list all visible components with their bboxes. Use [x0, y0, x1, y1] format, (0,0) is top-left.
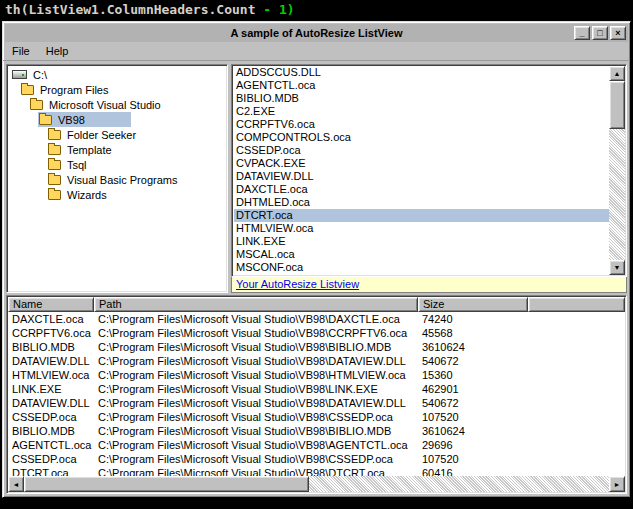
tree-item[interactable]: Program Files [9, 82, 227, 97]
file-list-item[interactable]: CSSEDP.oca [234, 144, 609, 157]
tree-item[interactable]: Folder Seeker [9, 127, 227, 142]
scroll-right-icon[interactable]: ► [609, 476, 625, 492]
tree-item[interactable]: Visual Basic Programs [9, 172, 227, 187]
folder-open-icon [39, 115, 52, 125]
window-title: A sample of AutoResize ListView [5, 27, 628, 39]
file-list-item[interactable]: C2.EXE [234, 105, 609, 118]
minimize-button[interactable]: _ [574, 26, 590, 40]
column-header-filler [528, 297, 625, 312]
code-text-green: - 1) [263, 2, 294, 17]
tree-item-selected[interactable]: VB98 [9, 112, 227, 127]
table-row[interactable]: DATAVIEW.DLLC:\Program Files\Microsoft V… [8, 354, 625, 368]
scrollbar-thumb[interactable] [609, 81, 625, 129]
scrollbar-thumb[interactable] [24, 476, 309, 492]
file-list-item-selected[interactable]: DTCRT.oca [234, 209, 609, 222]
file-list-item[interactable]: ADDSCCUS.DLL [234, 66, 609, 79]
listview-header: Name Path Size [8, 297, 625, 312]
table-row[interactable]: CCRPFTV6.ocaC:\Program Files\Microsoft V… [8, 326, 625, 340]
drive-icon [12, 70, 27, 79]
file-list-item[interactable]: AGENTCTL.oca [234, 79, 609, 92]
close-button[interactable]: × [610, 26, 626, 40]
table-row[interactable]: LINK.EXEC:\Program Files\Microsoft Visua… [8, 382, 625, 396]
tree-item[interactable]: Microsoft Visual Studio [9, 97, 227, 112]
file-list-item[interactable]: DATAVIEW.DLL [234, 170, 609, 183]
file-list-item[interactable]: MSCONF.oca [234, 261, 609, 274]
file-listbox: ADDSCCUS.DLL AGENTCTL.oca BIBLIO.MDB C2.… [231, 64, 627, 277]
folder-icon [30, 100, 43, 110]
tree-item[interactable]: Wizards [9, 187, 227, 202]
file-list-item[interactable]: COMPCONTROLS.oca [234, 131, 609, 144]
menu-item-file[interactable]: File [4, 43, 38, 59]
file-list-item[interactable]: CVPACK.EXE [234, 157, 609, 170]
folder-icon [21, 85, 34, 95]
table-row[interactable]: CSSEDP.ocaC:\Program Files\Microsoft Vis… [8, 410, 625, 424]
file-list-item[interactable]: HTMLVIEW.oca [234, 222, 609, 235]
scroll-down-icon[interactable]: ▼ [609, 260, 625, 275]
folder-icon [48, 130, 61, 140]
folder-icon [48, 175, 61, 185]
maximize-button[interactable]: □ [592, 26, 608, 40]
tree-item[interactable]: Tsql [9, 157, 227, 172]
column-header-size[interactable]: Size [418, 297, 528, 312]
window-controls: _ □ × [572, 26, 626, 40]
tree-item[interactable]: C:\ [9, 67, 227, 82]
column-header-path[interactable]: Path [94, 297, 418, 312]
scrollbar-track[interactable] [609, 81, 625, 260]
client-area: C:\ Program Files Microsoft Visual Studi… [3, 61, 630, 497]
horizontal-scrollbar: ◄ ► [8, 476, 625, 492]
table-row[interactable]: AGENTCTL.ocaC:\Program Files\Microsoft V… [8, 438, 625, 452]
table-row[interactable]: CSSEDP.ocaC:\Program Files\Microsoft Vis… [8, 452, 625, 466]
scroll-up-icon[interactable]: ▲ [609, 66, 625, 81]
menu-bar: File Help [3, 42, 630, 61]
background-code-line: th(ListView1.ColumnHeaders.Count - 1) [5, 2, 295, 17]
table-row[interactable]: HTMLVIEW.ocaC:\Program Files\Microsoft V… [8, 368, 625, 382]
column-header-name[interactable]: Name [8, 297, 94, 312]
file-list-item[interactable]: DAXCTLE.oca [234, 183, 609, 196]
top-section: C:\ Program Files Microsoft Visual Studi… [6, 64, 627, 293]
table-row[interactable]: DATAVIEW.DLLC:\Program Files\Microsoft V… [8, 396, 625, 410]
table-row[interactable]: DTCRT.ocaC:\Program Files\Microsoft Visu… [8, 466, 625, 476]
file-list-item[interactable]: CCRPFTV6.oca [234, 118, 609, 131]
link-strip: Your AutoResize Listview [231, 277, 627, 293]
autoresize-link[interactable]: Your AutoResize Listview [236, 278, 359, 290]
file-list-item[interactable]: MSCAL.oca [234, 248, 609, 261]
folder-icon [48, 145, 61, 155]
folder-icon [48, 160, 61, 170]
table-row[interactable]: BIBLIO.MDBC:\Program Files\Microsoft Vis… [8, 340, 625, 354]
file-list-item[interactable]: DHTMLED.oca [234, 196, 609, 209]
listview: Name Path Size DAXCTLE.ocaC:\Program Fil… [6, 295, 627, 494]
table-row[interactable]: DAXCTLE.ocaC:\Program Files\Microsoft Vi… [8, 312, 625, 326]
app-window: A sample of AutoResize ListView _ □ × Fi… [2, 21, 631, 498]
folder-tree: C:\ Program Files Microsoft Visual Studi… [6, 64, 228, 293]
file-list-item[interactable]: LINK.EXE [234, 235, 609, 248]
menu-item-help[interactable]: Help [38, 43, 77, 59]
vertical-scrollbar: ▲ ▼ [609, 66, 625, 275]
tree-item[interactable]: Template [9, 142, 227, 157]
title-bar[interactable]: A sample of AutoResize ListView _ □ × [5, 24, 628, 42]
code-text: th(ListView1.ColumnHeaders.Count [5, 2, 263, 17]
file-panel: ADDSCCUS.DLL AGENTCTL.oca BIBLIO.MDB C2.… [231, 64, 627, 293]
table-row[interactable]: BIBLIO.MDBC:\Program Files\Microsoft Vis… [8, 424, 625, 438]
file-list-item[interactable]: BIBLIO.MDB [234, 92, 609, 105]
scroll-left-icon[interactable]: ◄ [8, 476, 24, 492]
listview-body: DAXCTLE.ocaC:\Program Files\Microsoft Vi… [8, 312, 625, 476]
folder-icon [48, 190, 61, 200]
scrollbar-track[interactable] [24, 476, 609, 492]
